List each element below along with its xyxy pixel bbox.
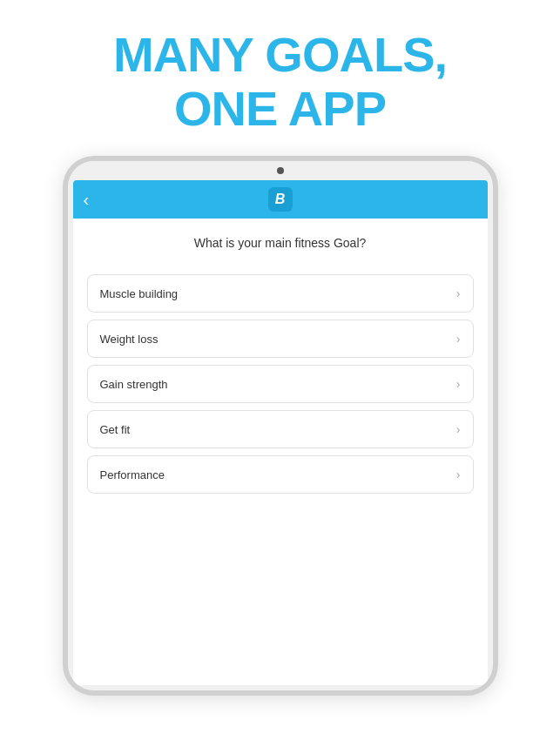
tablet-wrapper: ‹ B What is your main fitness Goal? Musc… bbox=[0, 156, 560, 747]
chevron-right-icon: › bbox=[456, 377, 461, 391]
option-item[interactable]: Weight loss› bbox=[87, 320, 474, 358]
app-logo: B bbox=[268, 187, 293, 212]
headline-section: MANY GOALS, ONE APP bbox=[113, 0, 447, 156]
option-label: Gain strength bbox=[100, 378, 168, 391]
back-button[interactable]: ‹ bbox=[84, 190, 90, 210]
option-label: Get fit bbox=[100, 423, 131, 436]
chevron-right-icon: › bbox=[456, 332, 461, 346]
tablet-screen: ‹ B What is your main fitness Goal? Musc… bbox=[73, 180, 488, 685]
headline-line1: MANY GOALS, bbox=[113, 28, 447, 82]
option-item[interactable]: Get fit› bbox=[87, 410, 474, 448]
option-label: Performance bbox=[100, 468, 165, 481]
fitness-goal-question: What is your main fitness Goal? bbox=[194, 236, 367, 250]
app-content: What is your main fitness Goal? Muscle b… bbox=[73, 219, 488, 685]
option-label: Weight loss bbox=[100, 333, 159, 346]
option-item[interactable]: Gain strength› bbox=[87, 365, 474, 403]
chevron-right-icon: › bbox=[456, 422, 461, 436]
tablet-device: ‹ B What is your main fitness Goal? Musc… bbox=[63, 156, 498, 696]
chevron-right-icon: › bbox=[456, 468, 461, 481]
app-navbar: ‹ B bbox=[73, 180, 488, 219]
headline-text: MANY GOALS, ONE APP bbox=[113, 28, 447, 135]
tablet-top-bar bbox=[68, 161, 493, 180]
option-item[interactable]: Performance› bbox=[87, 455, 474, 494]
option-item[interactable]: Muscle building› bbox=[87, 274, 474, 313]
chevron-right-icon: › bbox=[456, 286, 461, 300]
options-list: Muscle building›Weight loss›Gain strengt… bbox=[87, 274, 474, 494]
headline-line2: ONE APP bbox=[113, 82, 447, 136]
option-label: Muscle building bbox=[100, 287, 179, 300]
camera-dot bbox=[277, 167, 284, 174]
